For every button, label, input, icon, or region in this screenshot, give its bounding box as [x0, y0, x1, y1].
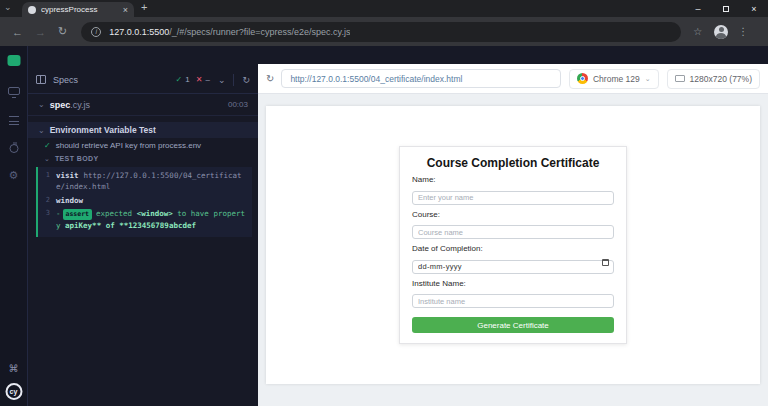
course-label: Course: — [412, 210, 614, 219]
specs-title: Specs — [53, 75, 170, 85]
passed-stat: ✓1 — [176, 75, 190, 84]
header-divider — [233, 74, 234, 86]
date-input[interactable] — [412, 260, 614, 274]
spec-file-name: spec — [50, 100, 71, 110]
command-name: visit — [56, 171, 79, 180]
cypress-logo[interactable]: cy — [5, 383, 22, 400]
new-tab-button[interactable]: + — [141, 1, 147, 13]
spec-duration: 00:03 — [228, 100, 248, 109]
browser-selector-label: Chrome 129 — [593, 74, 640, 84]
command-row-visit[interactable]: 1 visithttp://127.0.0.1:5500/04_certific… — [40, 170, 248, 193]
test-body-label: TEST BODY — [55, 155, 99, 162]
aut-reload-icon[interactable]: ↻ — [266, 73, 274, 84]
url-text: 127.0.0.1:5500/_/#/specs/runner?file=cyp… — [109, 27, 350, 37]
command-number: 1 — [40, 170, 50, 193]
failed-stat: ✕– — [196, 75, 210, 84]
command-number: 2 — [40, 195, 50, 206]
forward-icon[interactable]: → — [35, 26, 46, 38]
assert-text: expected — [96, 209, 137, 218]
assert-target: <window> — [137, 209, 173, 218]
tab-title: cypressProcess — [41, 5, 119, 14]
name-label: Name: — [412, 175, 614, 184]
command-name: window — [56, 196, 83, 205]
assert-badge: assert — [63, 209, 92, 220]
window-close-button[interactable]: × — [740, 4, 768, 14]
aut-url-field[interactable]: http://127.0.0.1:5500/04_certificate/ind… — [281, 69, 561, 88]
certificate-form-card: Course Completion Certificate Name: Cour… — [399, 146, 627, 344]
name-input[interactable] — [412, 191, 614, 205]
command-arg: http://127.0.0.1:5500/04_certificate/ind… — [56, 171, 242, 191]
spec-file-row[interactable]: ⌄ spec .cy.js 00:03 — [28, 94, 258, 116]
generate-certificate-button[interactable]: Generate Certificate — [412, 317, 614, 333]
assert-dash: - — [56, 209, 61, 218]
aut-viewport-area: Course Completion Certificate Name: Cour… — [258, 94, 768, 406]
assert-message: -assertexpected <window> to have propert… — [56, 208, 248, 232]
viewport-icon — [675, 75, 685, 82]
browser-tab[interactable]: cypressProcess × — [22, 2, 134, 17]
command-row-assert[interactable]: 3 -assertexpected <window> to have prope… — [40, 208, 248, 232]
tab-search-icon[interactable]: ⌄ — [4, 2, 12, 12]
specs-icon[interactable] — [7, 55, 20, 66]
cypress-favicon-icon — [28, 6, 36, 14]
command-body: window — [56, 195, 248, 206]
settings-gear-icon[interactable]: ⚙ — [9, 170, 19, 181]
browser-selector[interactable]: Chrome 129 ⌄ — [569, 69, 659, 89]
url-host: 127.0.0.1:5500 — [109, 27, 169, 37]
address-bar[interactable]: i 127.0.0.1:5500/_/#/specs/runner?file=c… — [81, 22, 681, 42]
scroll-options-chevron-icon[interactable]: ⌄ — [218, 75, 226, 85]
chrome-logo-icon — [577, 73, 588, 84]
browser-menu-icon[interactable]: ⋮ — [738, 26, 748, 37]
rerun-tests-icon[interactable]: ↻ — [242, 75, 250, 85]
test-title: should retrieve API key from process.env — [56, 141, 201, 150]
aut-url-text: http://127.0.0.1:5500/04_certificate/ind… — [290, 74, 462, 84]
viewport-selector[interactable]: 1280x720 (77%) — [667, 69, 760, 89]
aut-header-bar: ↻ http://127.0.0.1:5500/04_certificate/i… — [258, 64, 768, 94]
test-body-section-header[interactable]: ⌄ TEST BODY — [28, 152, 258, 165]
reporter-panel: Specs ✓1 ✕– ⌄ ↻ ⌄ spec .cy.js 00:03 ⌄ En… — [28, 46, 258, 406]
keyboard-shortcuts-icon[interactable]: ⌘ — [9, 364, 19, 374]
suite-header[interactable]: ⌄ Environment Variable Test — [28, 122, 258, 138]
back-icon[interactable]: ← — [12, 26, 23, 38]
date-label: Date of Completion: — [412, 244, 614, 253]
institute-input[interactable] — [412, 294, 614, 308]
browser-toolbar: ← → ↻ i 127.0.0.1:5500/_/#/specs/runner?… — [0, 17, 768, 46]
course-input[interactable] — [412, 225, 614, 239]
aut-panel: ↻ http://127.0.0.1:5500/04_certificate/i… — [258, 46, 768, 406]
test-passed-check-icon: ✓ — [44, 141, 51, 150]
profile-avatar[interactable] — [714, 25, 728, 39]
site-info-icon[interactable]: i — [91, 27, 101, 37]
bookmark-star-icon[interactable]: ☆ — [693, 26, 702, 37]
app-under-test: Course Completion Certificate Name: Cour… — [266, 106, 760, 384]
command-body: visithttp://127.0.0.1:5500/04_certificat… — [56, 170, 248, 193]
tab-close-icon[interactable]: × — [123, 5, 128, 15]
suite-title: Environment Variable Test — [50, 125, 156, 135]
command-log: 1 visithttp://127.0.0.1:5500/04_certific… — [36, 167, 252, 237]
reporter-header: Specs ✓1 ✕– ⌄ ↻ — [28, 66, 258, 94]
test-row[interactable]: ✓ should retrieve API key from process.e… — [28, 138, 258, 152]
viewport-label: 1280x720 (77%) — [690, 74, 752, 84]
calendar-icon[interactable] — [602, 259, 609, 266]
failed-count: – — [205, 75, 209, 84]
checklist-icon[interactable] — [9, 116, 19, 125]
passed-check-icon: ✓ — [176, 75, 183, 84]
failed-cross-icon: ✕ — [196, 75, 203, 84]
passed-count: 1 — [185, 75, 189, 84]
window-controls: – × — [684, 0, 768, 17]
url-path: /_/#/specs/runner?file=cypress/e2e/spec.… — [169, 27, 350, 37]
spec-chevron-icon: ⌄ — [38, 100, 45, 109]
browser-selector-chevron-icon: ⌄ — [645, 75, 651, 83]
reload-icon[interactable]: ↻ — [58, 25, 67, 38]
window-minimize-button[interactable]: – — [684, 4, 712, 14]
date-input-wrapper — [412, 255, 614, 274]
collapse-sidebar-icon[interactable] — [36, 75, 46, 84]
command-number: 3 — [40, 208, 50, 232]
runs-icon[interactable] — [8, 87, 20, 95]
browser-window: ⌄ cypressProcess × + – × ← → ↻ i 127.0.0… — [0, 0, 768, 406]
debug-icon[interactable] — [9, 144, 18, 153]
tab-strip: ⌄ cypressProcess × + – × — [0, 0, 768, 17]
assert-expected-value: apiKey** of **123456789abcdef — [65, 221, 196, 230]
window-maximize-button[interactable] — [712, 4, 740, 14]
suite-chevron-icon: ⌄ — [38, 126, 45, 135]
command-row-window[interactable]: 2 window — [40, 195, 248, 206]
institute-label: Institute Name: — [412, 279, 614, 288]
